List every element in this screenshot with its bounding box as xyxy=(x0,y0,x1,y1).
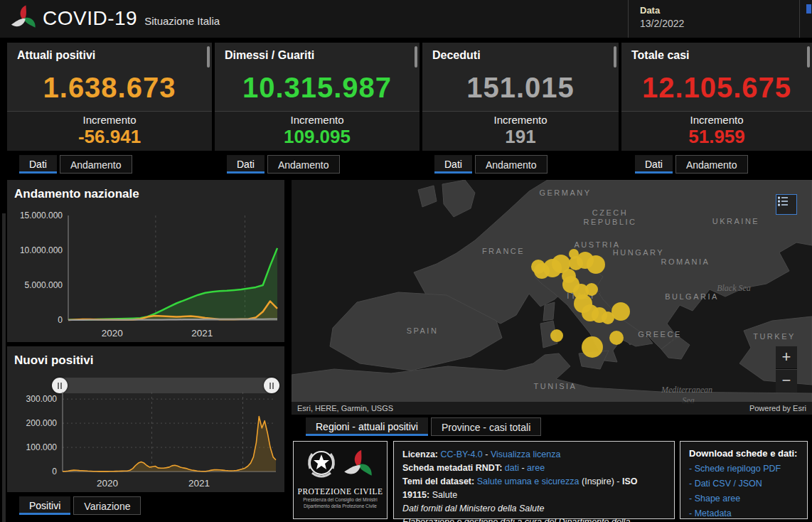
map-tabs: Regioni - attuali positivi Province - ca… xyxy=(306,417,541,436)
tab-andamento[interactable]: Andamento xyxy=(60,155,132,174)
card-scrollbar[interactable] xyxy=(614,46,616,68)
covid-bubble[interactable] xyxy=(582,336,603,358)
card-title: Attuali positivi xyxy=(7,43,212,62)
nuovi-positivi-chart[interactable]: 0100.000200.000300.00020202021 xyxy=(9,386,283,490)
covid-bubble[interactable] xyxy=(585,283,598,296)
panel-andamento-nazionale: Andamento nazionale 05.000.00010.000.000… xyxy=(7,180,284,342)
app-subtitle: Situazione Italia xyxy=(144,15,220,27)
card-title: Deceduti xyxy=(422,43,619,62)
logo-subtitle-1: Presidenza del Consiglio dei Ministri xyxy=(294,497,387,502)
panel-nuovi-positivi: Nuovi positivi 0100.000200.000300.000202… xyxy=(7,346,284,492)
map-label-republic: REPUBLIC xyxy=(583,218,636,226)
europe-map[interactable]: GERMANYCZECHREPUBLICUKRAINEAUSTRIAHUNGAR… xyxy=(292,180,812,415)
themes-line: Temi del dataset: Salute umana e sicurez… xyxy=(402,475,666,502)
zoom-out-button[interactable]: − xyxy=(776,370,797,393)
protezione-civile-panel: PROTEZIONE CIVILE Presidenza del Consigl… xyxy=(293,441,388,519)
tab-andamento[interactable]: Andamento xyxy=(675,155,748,174)
license-link[interactable]: CC-BY-4.0 xyxy=(441,449,483,459)
card-title: Dimessi / Guariti xyxy=(215,43,420,62)
card-totale-casi: Totale casi 12.105.675 Incremento 51.959 xyxy=(621,43,812,151)
tab-andamento[interactable]: Andamento xyxy=(267,155,340,174)
tab-regioni[interactable]: Regioni - attuali positivi xyxy=(306,417,428,436)
metadata-aree-link[interactable]: aree xyxy=(527,463,545,473)
iso-value: Salute xyxy=(432,490,457,500)
protezione-civile-tricolor-icon xyxy=(342,447,376,483)
increment-label: Incremento xyxy=(621,114,812,126)
logo-title: PROTEZIONE CIVILE xyxy=(294,487,387,496)
zoom-in-button[interactable]: + xyxy=(776,346,797,369)
metadata-line: Scheda metadati RNDT: dati - aree xyxy=(402,462,666,475)
card-title: Totale casi xyxy=(621,43,812,62)
separator: - xyxy=(485,449,488,459)
card-value: 151.015 xyxy=(422,72,619,104)
card-value: 12.105.675 xyxy=(621,72,812,104)
map-label-bulgaria: BULGARIA xyxy=(665,292,719,301)
tab-province[interactable]: Province - casi totali xyxy=(431,417,541,436)
protezione-civile-logo-icon xyxy=(9,4,40,35)
svg-text:0: 0 xyxy=(52,467,57,476)
license-line: Licenza: CC-BY-4.0 - Visualizza licenza xyxy=(402,448,666,462)
svg-text:200.000: 200.000 xyxy=(26,418,58,428)
andamento-nazionale-chart[interactable]: 05.000.00010.000.00015.000.00020202021 xyxy=(9,208,283,340)
page-scrollbar[interactable] xyxy=(2,213,6,522)
date-value: 13/2/2022 xyxy=(640,18,799,29)
tab-dati[interactable]: Dati xyxy=(19,155,57,174)
tab-andamento[interactable]: Andamento xyxy=(475,155,547,174)
nuovi-positivi-tabs: Positivi Variazione xyxy=(19,496,141,515)
card-scrollbar[interactable] xyxy=(415,46,417,68)
minus-icon: − xyxy=(782,371,791,389)
download-link[interactable]: - Dati CSV / JSON xyxy=(689,476,798,491)
covid-bubble[interactable] xyxy=(550,329,563,342)
header: COVID-19 Situazione Italia Data 13/2/202… xyxy=(0,0,812,38)
powered-by-esri[interactable]: Powered by Esri xyxy=(749,402,806,415)
increment-value: 109.095 xyxy=(215,126,420,148)
svg-text:2020: 2020 xyxy=(97,478,118,489)
covid-bubble[interactable] xyxy=(611,302,630,321)
view-license-link[interactable]: Visualizza licenza xyxy=(491,449,560,459)
svg-text:300.000: 300.000 xyxy=(26,394,58,404)
card-dimessi-guariti: Dimessi / Guariti 10.315.987 Incremento … xyxy=(215,43,420,151)
download-panel: Download schede e dati: - Schede riepilo… xyxy=(680,441,808,519)
card-scrollbar[interactable] xyxy=(807,46,810,68)
increment-value: 191 xyxy=(422,126,619,148)
tab-dati[interactable]: Dati xyxy=(227,155,265,174)
covid-bubble[interactable] xyxy=(587,255,605,274)
map-label-spain: SPAIN xyxy=(407,326,439,335)
covid-bubble[interactable] xyxy=(609,331,624,345)
download-link[interactable]: - Schede riepilogo PDF xyxy=(689,462,798,476)
download-links: - Schede riepilogo PDF- Dati CSV / JSON-… xyxy=(689,462,798,521)
source-line: Dati forniti dal Ministero della Salute xyxy=(402,502,666,516)
svg-text:5.000.000: 5.000.000 xyxy=(25,280,63,290)
map-label-germany: GERMANY xyxy=(539,188,591,197)
card-tabs: Dati Andamento xyxy=(227,155,340,174)
tab-variazione[interactable]: Variazione xyxy=(73,496,141,515)
download-link[interactable]: - Shape aree xyxy=(689,491,798,506)
themes-link[interactable]: Salute umana e sicurezza xyxy=(477,476,579,486)
covid-bubble[interactable] xyxy=(534,263,550,279)
svg-text:2021: 2021 xyxy=(191,328,213,339)
svg-text:2020: 2020 xyxy=(102,328,123,339)
tab-positivi[interactable]: Positivi xyxy=(19,496,70,515)
download-link[interactable]: - Metadata xyxy=(689,506,798,521)
elaboration-line: Elaborazione e gestione dati a cura del … xyxy=(402,516,666,522)
svg-text:2021: 2021 xyxy=(188,478,210,489)
card-attuali-positivi: Attuali positivi 1.638.673 Incremento -5… xyxy=(7,43,212,151)
card-scrollbar[interactable] xyxy=(207,46,210,68)
map-attribution: Esri, HERE, Garmin, USGS xyxy=(297,402,393,415)
italy-emblem-icon xyxy=(305,447,338,483)
license-info-panel: Licenza: CC-BY-4.0 - Visualizza licenza … xyxy=(393,441,675,519)
card-tabs: Dati Andamento xyxy=(434,155,547,174)
tab-dati[interactable]: Dati xyxy=(635,155,673,174)
increment-label: Incremento xyxy=(7,114,212,126)
tab-dati[interactable]: Dati xyxy=(434,155,472,174)
plus-icon: + xyxy=(782,348,791,366)
increment-value: 51.959 xyxy=(621,126,812,148)
logo-subtitle-2: Dipartimento della Protezione Civile xyxy=(294,504,387,508)
metadata-dati-link[interactable]: dati xyxy=(505,463,519,473)
increment-label: Incremento xyxy=(422,114,619,126)
legend-button[interactable] xyxy=(776,194,797,215)
download-title: Download schede e dati: xyxy=(689,448,798,459)
map-label-france: FRANCE xyxy=(482,247,525,255)
card-tabs: Dati Andamento xyxy=(19,155,132,174)
card-tabs: Dati Andamento xyxy=(635,155,748,174)
